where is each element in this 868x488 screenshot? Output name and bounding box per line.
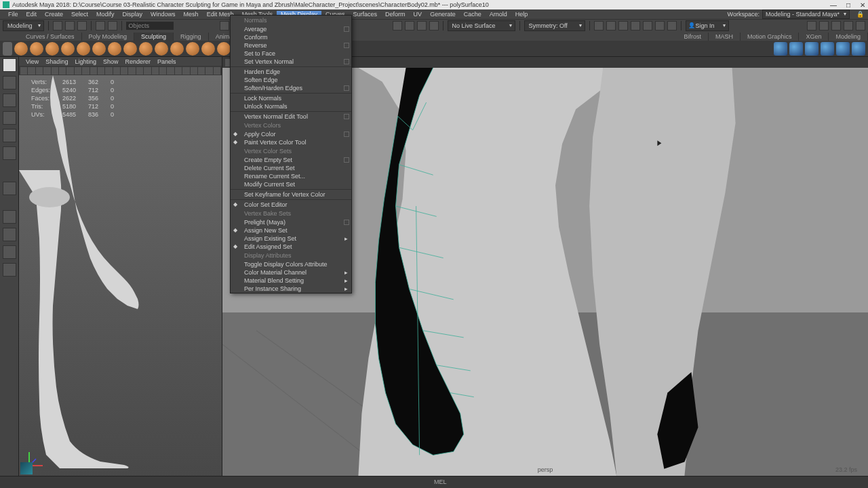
- shelftab-mash[interactable]: MASH: [709, 33, 741, 41]
- maximize-button[interactable]: □: [846, 1, 850, 9]
- vpmenu-lighting[interactable]: Lighting: [75, 58, 96, 65]
- rotate-tool[interactable]: [3, 129, 16, 142]
- menuitem-rename-current-set-[interactable]: Rename Current Set...: [231, 172, 351, 180]
- vp-tool-button[interactable]: [105, 67, 112, 75]
- playblast-button[interactable]: [643, 21, 652, 30]
- menu-edit[interactable]: Edit: [22, 11, 41, 18]
- vpmenu-view[interactable]: View: [26, 58, 39, 65]
- modeling-tool-icon[interactable]: [789, 42, 803, 56]
- vp-tool-button[interactable]: [167, 67, 174, 75]
- sculpt-brush-icon[interactable]: [217, 42, 231, 56]
- menuitem-set-keyframe-for-vertex-color[interactable]: Set Keyframe for Vertex Color: [231, 190, 351, 199]
- modeling-tool-icon[interactable]: [836, 42, 850, 56]
- menuitem-delete-current-set[interactable]: Delete Current Set: [231, 164, 351, 172]
- vp-tool-button[interactable]: [59, 67, 66, 75]
- sculpt-brush-icon[interactable]: [30, 42, 43, 56]
- sculpt-brush-icon[interactable]: [77, 42, 90, 56]
- menu-surfaces[interactable]: Surfaces: [349, 11, 382, 18]
- snap-grid-button[interactable]: [220, 21, 229, 30]
- option-box-icon[interactable]: [344, 26, 349, 32]
- shelf-menu-icon[interactable]: [3, 42, 12, 56]
- open-scene-button[interactable]: [65, 21, 75, 30]
- sculpt-brush-icon[interactable]: [186, 42, 199, 56]
- menuitem-apply-color[interactable]: Apply Color◆: [231, 130, 351, 138]
- select-tool[interactable]: [3, 58, 16, 72]
- vp-tool-button[interactable]: [36, 67, 43, 75]
- history-button-3[interactable]: [417, 21, 427, 30]
- modeling-tool-icon[interactable]: [805, 42, 818, 56]
- sculpt-brush-icon[interactable]: [123, 42, 137, 56]
- menuitem-average[interactable]: Average: [231, 25, 351, 33]
- menuitem-assign-new-set[interactable]: Assign New Set◆: [231, 226, 351, 235]
- modeling-tool-icon[interactable]: [852, 42, 865, 56]
- vp-tool-button[interactable]: [175, 67, 182, 75]
- shelftab-poly-modeling[interactable]: Poly Modeling: [82, 33, 135, 41]
- layout-single[interactable]: [3, 210, 16, 224]
- history-button-2[interactable]: [405, 21, 414, 30]
- scale-tool[interactable]: [3, 146, 16, 160]
- sculpt-brush-icon[interactable]: [170, 42, 184, 56]
- vp-tool-button[interactable]: [214, 67, 220, 75]
- menuitem-material-blend-setting[interactable]: Material Blend Setting▸: [231, 277, 351, 285]
- redo-button[interactable]: [108, 21, 117, 30]
- option-box-icon[interactable]: [344, 157, 349, 163]
- vp-tool-button[interactable]: [128, 67, 135, 75]
- sculpt-brush-icon[interactable]: [108, 42, 121, 56]
- option-box-icon[interactable]: [344, 59, 349, 64]
- menu-arnold[interactable]: Arnold: [486, 11, 511, 18]
- layout-button-4[interactable]: [844, 21, 853, 30]
- layout-button-1[interactable]: [807, 21, 816, 30]
- menuitem-vertex-normal-edit-tool[interactable]: Vertex Normal Edit Tool: [231, 113, 351, 121]
- history-button[interactable]: [393, 21, 402, 30]
- menuitem-soften-harden-edges[interactable]: Soften/Harden Edges: [231, 84, 351, 92]
- vp-tool-button[interactable]: [66, 67, 73, 75]
- menu-deform[interactable]: Deform: [381, 11, 410, 18]
- menu-cache[interactable]: Cache: [460, 11, 486, 18]
- signin-button[interactable]: Sign In: [686, 20, 729, 31]
- modeling-tool-icon[interactable]: [774, 42, 787, 56]
- menu-windows[interactable]: Windows: [146, 11, 180, 18]
- menuitem-soften-edge[interactable]: Soften Edge: [231, 76, 351, 84]
- menuitem-reverse[interactable]: Reverse: [231, 41, 351, 49]
- menuitem-toggle-display-colors-attribute[interactable]: Toggle Display Colors Attribute: [231, 260, 351, 268]
- sculpt-brush-icon[interactable]: [45, 42, 59, 56]
- option-box-icon[interactable]: [344, 220, 349, 225]
- sculpt-brush-icon[interactable]: [155, 42, 168, 56]
- menuitem-edit-assigned-set[interactable]: Edit Assigned Set◆: [231, 243, 351, 251]
- vp-tool-button[interactable]: [136, 67, 143, 75]
- vp-tool-button[interactable]: [144, 67, 151, 75]
- workspace-dropdown[interactable]: Modeling - Standard Maya*: [762, 9, 850, 19]
- menuitem-paint-vertex-color-tool[interactable]: Paint Vertex Color Tool◆: [231, 138, 351, 146]
- sculpt-brush-icon[interactable]: [61, 42, 75, 56]
- vpmenu-renderer[interactable]: Renderer: [125, 58, 151, 65]
- option-box-icon[interactable]: [344, 85, 349, 91]
- viewport-left-canvas[interactable]: [19, 75, 222, 476]
- menuitem-conform[interactable]: Conform: [231, 33, 351, 41]
- menu-create[interactable]: Create: [41, 11, 67, 18]
- layout-outliner[interactable]: [3, 263, 16, 277]
- vpmenu-panels[interactable]: Panels: [157, 58, 176, 65]
- history-button-4[interactable]: [429, 21, 439, 30]
- option-box-icon[interactable]: [344, 43, 349, 48]
- menu-display[interactable]: Display: [119, 11, 147, 18]
- menu-modify[interactable]: Modify: [92, 11, 119, 18]
- move-tool[interactable]: [3, 111, 16, 125]
- last-tool[interactable]: [3, 182, 16, 195]
- paint-select-tool[interactable]: [3, 94, 16, 107]
- render-settings-button[interactable]: [618, 21, 628, 30]
- vpmenu-shading[interactable]: Shading: [45, 58, 68, 65]
- lasso-tool[interactable]: [3, 76, 16, 89]
- menu-help[interactable]: Help: [511, 11, 532, 18]
- menu-set-dropdown[interactable]: Modeling: [3, 20, 44, 31]
- vp-tool-button[interactable]: [43, 67, 50, 75]
- sculpt-brush-icon[interactable]: [139, 42, 153, 56]
- shelftab-motion-graphics[interactable]: Motion Graphics: [741, 33, 800, 41]
- viewport-left[interactable]: ViewShadingLightingShowRendererPanels Ve…: [19, 57, 222, 476]
- vp-tool-button[interactable]: [20, 67, 27, 75]
- menuitem-unlock-normals[interactable]: Unlock Normals: [231, 102, 351, 110]
- vp-tool-button[interactable]: [205, 67, 212, 75]
- shelftab-xgen[interactable]: XGen: [799, 33, 829, 41]
- sculpt-brush-icon[interactable]: [201, 42, 215, 56]
- shelftab-rigging[interactable]: Rigging: [174, 33, 209, 41]
- menuitem-harden-edge[interactable]: Harden Edge: [231, 68, 351, 76]
